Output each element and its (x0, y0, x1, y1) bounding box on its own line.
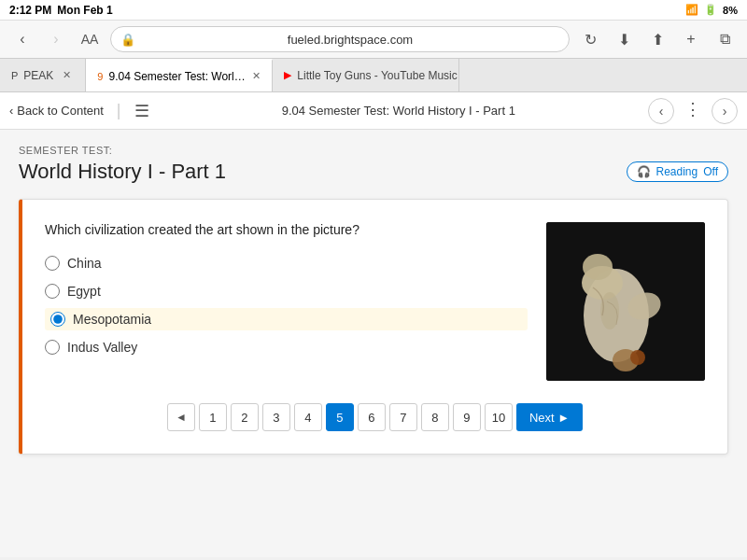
option-mesopotamia[interactable]: Mesopotamia (45, 308, 528, 330)
page-1-button[interactable]: 1 (199, 403, 227, 431)
toolbar-title: 9.04 Semester Test: World History I - Pa… (159, 104, 639, 118)
page-9-button[interactable]: 9 (453, 403, 481, 431)
back-chevron-icon: ‹ (9, 104, 13, 118)
page-4-button[interactable]: 4 (294, 403, 322, 431)
page-5-button[interactable]: 5 (326, 403, 354, 431)
tab-test[interactable]: 9 9.04 Semester Test: World History I - … (86, 59, 273, 91)
radio-indus[interactable] (45, 340, 60, 355)
page-7-button[interactable]: 7 (389, 403, 417, 431)
nav-arrows: ‹ ⋮ › (648, 98, 738, 124)
quiz-card: Which civilization created the art shown… (19, 199, 728, 455)
option-indus-label: Indus Valley (67, 340, 137, 355)
semester-label: SEMESTER TEST: (19, 145, 728, 156)
download-button[interactable]: ⬇ (611, 26, 637, 52)
radio-egypt[interactable] (45, 284, 60, 299)
option-china[interactable]: China (45, 252, 528, 274)
main-content: SEMESTER TEST: World History I - Part 1 … (0, 130, 747, 557)
prev-page-button[interactable]: ◄ (167, 403, 195, 431)
option-indus[interactable]: Indus Valley (45, 336, 528, 358)
lock-icon: 🔒 (120, 33, 135, 47)
option-egypt[interactable]: Egypt (45, 280, 528, 302)
browser-chrome: ‹ › AA 🔒 fueled.brightspace.com ↻ ⬇ ⬆ + … (0, 21, 747, 59)
question-text: Which civilization created the art shown… (45, 222, 528, 237)
tab-music[interactable]: ▶ Little Toy Guns - YouTube Music (273, 59, 459, 91)
page-toolbar: ‹ Back to Content | ☰ 9.04 Semester Test… (0, 92, 747, 130)
address-bar[interactable]: 🔒 fueled.brightspace.com (110, 26, 570, 52)
tab-test-label: 9.04 Semester Test: World History I - Pa… (108, 70, 246, 83)
option-egypt-label: Egypt (67, 284, 101, 299)
back-to-content-label: Back to Content (17, 104, 104, 118)
headphones-icon: 🎧 (637, 165, 651, 178)
next-button[interactable]: Next ► (516, 403, 583, 431)
refresh-button[interactable]: ↻ (577, 26, 603, 52)
back-to-content-link[interactable]: ‹ Back to Content (9, 104, 104, 118)
radio-china[interactable] (45, 256, 60, 271)
tab-bar: P PEAK ✕ 9 9.04 Semester Test: World His… (0, 59, 747, 92)
page-10-button[interactable]: 10 (485, 403, 513, 431)
artifact-image (546, 222, 705, 381)
reader-mode-button[interactable]: AA (77, 26, 103, 52)
pagination: ◄ 1 2 3 4 5 6 7 8 9 10 Next ► (45, 403, 705, 431)
reading-state: Off (703, 165, 718, 178)
back-button[interactable]: ‹ (9, 26, 35, 52)
status-time: 2:12 PM (9, 4, 51, 17)
reading-toggle-button[interactable]: 🎧 Reading Off (627, 161, 729, 182)
page-6-button[interactable]: 6 (358, 403, 386, 431)
next-label: Next ► (529, 411, 570, 425)
battery-percent: 8% (723, 5, 738, 16)
reading-label: Reading (656, 165, 698, 178)
share-button[interactable]: ⬆ (644, 26, 670, 52)
page-8-button[interactable]: 8 (421, 403, 449, 431)
prev-question-button[interactable]: ‹ (648, 98, 674, 124)
status-bar: 2:12 PM Mon Feb 1 📶 🔋 8% (0, 0, 747, 21)
battery-icon: 🔋 (704, 4, 717, 16)
reader-mode-label: AA (81, 32, 99, 47)
toolbar-separator: | (117, 101, 121, 120)
tab-test-close[interactable]: ✕ (251, 69, 261, 84)
tab-peak[interactable]: P PEAK ✕ (0, 59, 86, 91)
question-layout: Which civilization created the art shown… (45, 222, 705, 381)
page-2-button[interactable]: 2 (231, 403, 259, 431)
page-3-button[interactable]: 3 (262, 403, 290, 431)
page-title-row: World History I - Part 1 🎧 Reading Off (19, 160, 728, 184)
tab-music-favicon: ▶ (284, 69, 291, 81)
tab-peak-favicon: P (11, 70, 18, 81)
tab-peak-close[interactable]: ✕ (59, 68, 74, 83)
new-tab-button[interactable]: + (678, 26, 704, 52)
option-mesopotamia-label: Mesopotamia (73, 312, 151, 327)
option-china-label: China (67, 256, 102, 271)
tab-peak-label: PEAK (23, 69, 53, 82)
options-list: China Egypt Mesopotamia Indus Valley (45, 252, 528, 358)
next-question-button[interactable]: › (712, 98, 738, 124)
more-options-button[interactable]: ⋮ (682, 98, 704, 120)
status-date: Mon Feb 1 (57, 4, 112, 17)
url-text: fueled.brightspace.com (141, 33, 559, 47)
tabs-button[interactable]: ⧉ (712, 26, 738, 52)
question-left: Which civilization created the art shown… (45, 222, 528, 358)
svg-point-6 (630, 350, 645, 365)
radio-mesopotamia[interactable] (50, 312, 65, 327)
tab-music-label: Little Toy Guns - YouTube Music (297, 69, 457, 82)
tab-test-favicon: 9 (97, 71, 103, 82)
hamburger-icon[interactable]: ☰ (134, 101, 149, 121)
forward-button[interactable]: › (43, 26, 69, 52)
page-title: World History I - Part 1 (19, 160, 226, 184)
svg-point-3 (583, 254, 613, 280)
wifi-icon: 📶 (685, 4, 698, 16)
